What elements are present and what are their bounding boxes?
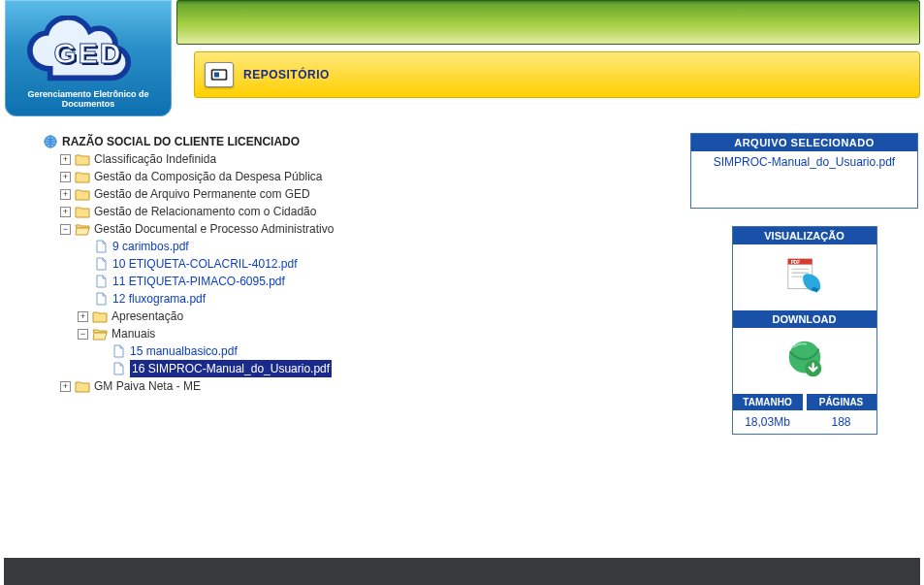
repository-icon [205,62,234,87]
tree-folder[interactable]: +Gestão da Composição da Despesa Pública [60,168,665,185]
download-header: DOWNLOAD [733,310,876,328]
repository-banner: REPOSITÓRIO [194,51,920,98]
side-panel: ARQUIVO SELECIONADO SIMPROC-Manual_do_Us… [690,133,918,435]
tree-root[interactable]: RAZÃO SOCIAL DO CLIENTE LICENCIADO [43,133,665,150]
tree-folder[interactable]: +Gestão de Arquivo Permanente com GED [60,185,665,203]
expand-icon[interactable]: + [60,207,71,217]
repository-label: REPOSITÓRIO [243,68,330,81]
folder-icon [92,309,108,323]
tree-folder[interactable]: +Apresentação [78,308,665,325]
collapse-icon[interactable]: − [78,329,88,340]
collapse-icon[interactable]: − [60,224,71,235]
tree-children: +Classificação Indefinida +Gestão da Com… [43,150,665,395]
selected-file-header: ARQUIVO SELECIONADO [691,134,917,151]
svg-text:PDF: PDF [790,260,800,265]
file-icon [111,362,126,375]
pages-value: 188 [807,410,876,434]
tree-children: 9 carimbos.pdf 10 ETIQUETA-COLACRIL-4012… [60,238,665,377]
file-info-row: TAMANHO 18,03Mb PÁGINAS 188 [733,394,876,434]
document-tree: RAZÃO SOCIAL DO CLIENTE LICENCIADO +Clas… [43,133,665,395]
tree-file[interactable]: 9 carimbos.pdf [78,238,665,255]
folder-open-icon [92,327,108,341]
folder-icon [75,170,90,183]
file-icon [93,275,109,288]
tree-file-selected[interactable]: 16 SIMPROC-Manual_do_Usuario.pdf [95,360,665,377]
size-value: 18,03Mb [733,410,803,434]
folder-icon [75,205,90,218]
folder-icon [75,379,90,393]
tree-root-label: RAZÃO SOCIAL DO CLIENTE LICENCIADO [62,133,300,150]
globe-icon [43,135,58,148]
tree-file[interactable]: 10 ETIQUETA-COLACRIL-4012.pdf [78,255,665,273]
tree-folder-open[interactable]: −Gestão Documental e Processo Administra… [60,220,665,238]
size-header: TAMANHO [733,394,803,410]
tree-folder[interactable]: +Classificação Indefinida [60,150,665,168]
preview-header: VISUALIZAÇÃO [733,227,876,244]
expand-icon[interactable]: + [60,189,71,200]
expand-icon[interactable]: + [60,172,71,182]
top-gradient-band [176,0,920,45]
expand-icon[interactable]: + [60,154,71,165]
selected-file-panel: ARQUIVO SELECIONADO SIMPROC-Manual_do_Us… [690,133,918,209]
folder-icon [75,152,90,166]
tree-folder-open[interactable]: −Manuais [78,325,665,342]
footer-bar [4,558,920,585]
tree-children: 15 manualbasico.pdf 16 SIMPROC-Manual_do… [78,342,665,377]
pages-header: PÁGINAS [807,394,876,410]
expand-icon[interactable]: + [78,311,88,322]
tree-file[interactable]: 15 manualbasico.pdf [95,342,665,360]
brand-panel: GED Gerenciamento Eletrônico de Document… [5,0,172,116]
preview-panel: VISUALIZAÇÃO PDF DOWNLOAD [732,226,877,435]
tree-file[interactable]: 12 fluxograma.pdf [78,290,665,308]
folder-open-icon [75,222,90,236]
expand-icon[interactable]: + [60,381,71,392]
brand-subtitle: Gerenciamento Eletrônico de Documentos [5,89,172,109]
svg-rect-2 [214,73,219,78]
tree-folder[interactable]: +GM Paiva Neta - ME [60,377,665,395]
file-icon [111,344,126,358]
brand-acronym: GED [23,37,154,70]
selected-file-name: SIMPROC-Manual_do_Usuario.pdf [691,151,917,208]
file-icon [93,240,109,253]
tree-file[interactable]: 11 ETIQUETA-PIMACO-6095.pdf [78,273,665,290]
file-icon [93,292,109,306]
file-icon [93,257,109,271]
tree-folder[interactable]: +Gestão de Relacionamento com o Cidadão [60,203,665,220]
download-button[interactable] [782,340,827,378]
preview-button[interactable]: PDF [782,256,827,295]
folder-icon [75,187,90,201]
brand-logo: GED [23,16,154,85]
